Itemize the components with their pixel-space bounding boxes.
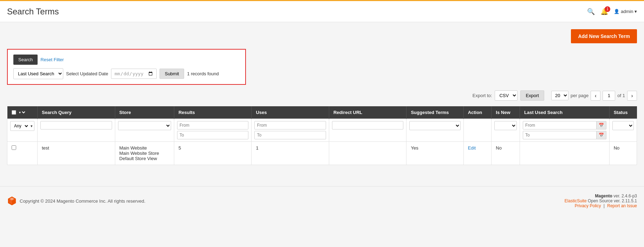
table-filter-row: Any ▾: [7, 119, 637, 142]
th-status: Status: [609, 106, 637, 119]
row-action: Edit: [463, 142, 492, 165]
table-row: test Main Website Main Website Store Def…: [7, 142, 637, 165]
filter-row1: Search Reset Filter: [13, 55, 240, 65]
last-used-from-calendar-button[interactable]: 📅: [597, 121, 606, 129]
magento-version-line: Magento ver. 2.4.6-p3: [565, 194, 637, 198]
th-checkbox: ▾: [7, 106, 38, 119]
search-icon: 🔍: [587, 8, 595, 15]
export-button[interactable]: Export: [520, 90, 544, 101]
select-all-checkbox[interactable]: [12, 110, 16, 115]
admin-label: admin ▾: [621, 9, 637, 14]
content-area: Add New Search Term Search Reset Filter …: [0, 22, 644, 172]
filter-box: Search Reset Filter Last Used Search Sel…: [7, 49, 246, 85]
date-filter-label: Select Updated Date: [66, 71, 108, 76]
date-filter-input[interactable]: [111, 69, 157, 79]
row-suggested-terms: Yes: [406, 142, 463, 165]
filter-last-used-from[interactable]: [523, 121, 597, 129]
pagination-bar: 20 per page ‹ of 1 ›: [551, 91, 637, 101]
th-results: Results: [174, 106, 252, 119]
filter-cell-is-new: [492, 119, 520, 142]
filter-store-select[interactable]: [118, 121, 171, 130]
filter-uses-to[interactable]: [254, 131, 326, 139]
filter-cell-checkbox: Any ▾: [7, 119, 38, 142]
row-redirect-url: [329, 142, 406, 165]
filter-cell-store: [115, 119, 174, 142]
row-search-query: test: [38, 142, 115, 165]
last-used-to-calendar-button[interactable]: 📅: [597, 131, 606, 139]
notification-button[interactable]: 🔔 1: [600, 8, 608, 15]
export-format-select[interactable]: CSV: [495, 90, 518, 101]
action-bar: Add New Search Term: [7, 29, 637, 43]
filter-uses-from[interactable]: [254, 121, 326, 129]
notification-badge: 1: [605, 6, 610, 12]
store-line3: Default Store View: [119, 156, 170, 161]
footer-links-line: Privacy Policy | Report an Issue: [565, 203, 637, 208]
export-bar: Export to: CSV Export: [473, 90, 544, 101]
filter-suggested-terms-select[interactable]: [409, 121, 460, 130]
th-action: Action: [463, 106, 492, 119]
privacy-policy-link[interactable]: Privacy Policy: [575, 203, 601, 208]
th-search-query: Search Query: [38, 106, 115, 119]
row-last-used-search: [520, 142, 610, 165]
filter-cell-suggested-terms: [406, 119, 463, 142]
user-icon: 👤: [614, 9, 619, 14]
footer: Copyright © 2024 Magento Commerce Inc. A…: [0, 186, 644, 215]
elasticsuite-label: ElasticSuite: [565, 198, 587, 203]
elasticsuite-version: Open Source ver. 2.11.5.1: [588, 198, 637, 203]
filter-cell-last-used-search: 📅 📅: [520, 119, 610, 142]
filter-row2: Last Used Search Select Updated Date Sub…: [13, 68, 240, 79]
per-page-select[interactable]: 20: [551, 91, 568, 100]
filter-cell-search-query: [38, 119, 115, 142]
row-uses: 1: [252, 142, 329, 165]
filter-cell-redirect-url: [329, 119, 406, 142]
footer-separator: |: [604, 203, 605, 208]
export-label: Export to:: [473, 93, 492, 98]
page-title: Search Terms: [7, 7, 59, 17]
row-is-new: No: [492, 142, 520, 165]
footer-left: Copyright © 2024 Magento Commerce Inc. A…: [7, 196, 145, 206]
admin-menu-button[interactable]: 👤 admin ▾: [614, 9, 637, 14]
th-last-used-search: Last Used Search: [520, 106, 610, 119]
page-of-label: of 1: [617, 93, 625, 98]
edit-link[interactable]: Edit: [468, 145, 476, 151]
select-all-dropdown[interactable]: ▾: [18, 110, 26, 115]
copyright-text: Copyright © 2024 Magento Commerce Inc. A…: [20, 198, 145, 204]
th-store: Store: [115, 106, 174, 119]
filter-any-select[interactable]: Any: [11, 121, 29, 131]
filter-redirect-url-input[interactable]: [332, 121, 404, 129]
top-actions: 🔍 🔔 1 👤 admin ▾: [587, 8, 637, 15]
filter-is-new-select[interactable]: [494, 121, 517, 130]
filter-status-select[interactable]: [612, 121, 634, 130]
reset-filter-button[interactable]: Reset Filter: [40, 57, 64, 62]
th-redirect-url: Redirect URL: [329, 106, 406, 119]
store-line1: Main Website: [119, 145, 170, 151]
prev-icon: ‹: [595, 93, 597, 99]
next-page-button[interactable]: ›: [627, 91, 637, 101]
last-used-select[interactable]: Last Used Search: [14, 69, 63, 79]
row-results: 5: [174, 142, 252, 165]
th-is-new: Is New: [492, 106, 520, 119]
submit-button[interactable]: Submit: [160, 69, 184, 79]
header: Search Terms 🔍 🔔 1 👤 admin ▾: [0, 1, 644, 22]
header-search-button[interactable]: 🔍: [587, 8, 595, 15]
row-checkbox[interactable]: [12, 145, 16, 150]
store-line2: Main Website Store: [119, 151, 170, 156]
magento-version: ver. 2.4.6-p3: [613, 194, 637, 198]
add-new-search-term-button[interactable]: Add New Search Term: [571, 29, 637, 43]
filter-cell-action: [463, 119, 492, 142]
row-checkbox-cell: [7, 142, 38, 165]
filter-search-query-input[interactable]: [40, 121, 112, 129]
filter-cell-uses: [252, 119, 329, 142]
footer-right: Magento ver. 2.4.6-p3 ElasticSuite Open …: [565, 194, 637, 208]
page-number-input[interactable]: [603, 91, 615, 101]
search-button[interactable]: Search: [13, 55, 38, 65]
elasticsuite-line: ElasticSuite Open Source ver. 2.11.5.1: [565, 198, 637, 203]
filter-last-used-to[interactable]: [523, 131, 597, 139]
elasticsuite-link[interactable]: ElasticSuite: [565, 198, 588, 203]
filter-results-to[interactable]: [177, 131, 249, 139]
last-used-select-wrap: Last Used Search: [13, 68, 63, 79]
report-issue-link[interactable]: Report an Issue: [607, 203, 637, 208]
filter-results-from[interactable]: [177, 121, 249, 129]
th-suggested-terms: Suggested Terms: [406, 106, 463, 119]
prev-page-button[interactable]: ‹: [591, 91, 600, 101]
